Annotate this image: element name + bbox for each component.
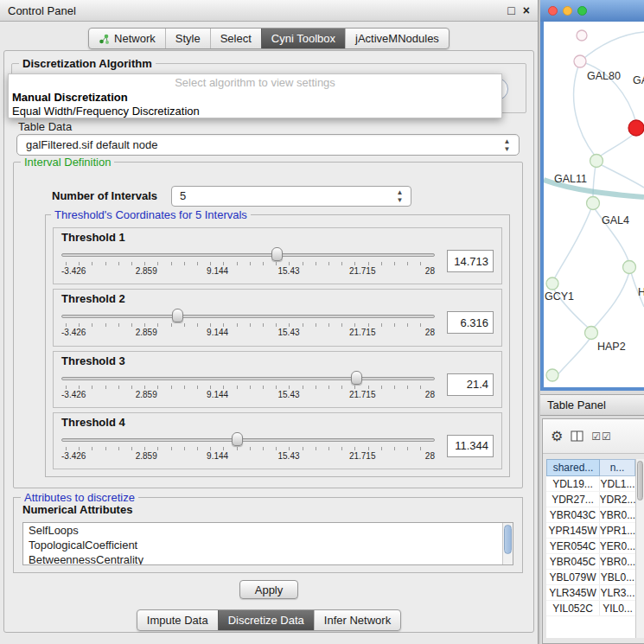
dropdown-option-equal-width[interactable]: Equal Width/Frequency Discretization (9, 104, 501, 118)
tab-style[interactable]: Style (165, 29, 210, 48)
table-scrollbar[interactable] (635, 459, 644, 638)
combo-arrows-icon[interactable]: ▲▼ (501, 137, 513, 153)
tick-label: 21.715 (349, 451, 376, 461)
threshold-slider[interactable]: -3.4262.8599.14415.4321.71528 (61, 306, 435, 339)
tick-label: 9.144 (207, 266, 228, 276)
node-label: HAP2 (597, 341, 626, 353)
slider-thumb[interactable] (172, 309, 183, 322)
threshold-value-field[interactable]: 21.4 (447, 373, 494, 396)
slider-track[interactable] (61, 377, 435, 380)
network-window-titlebar[interactable] (540, 0, 644, 22)
table-row[interactable]: YDR27...YDR2... (546, 492, 635, 507)
list-item[interactable]: TopologicalCoefficient (23, 538, 513, 552)
tick-label: 21.715 (349, 266, 376, 276)
network-node[interactable] (574, 55, 586, 67)
network-canvas[interactable]: GAL80 GA GAL11 GAL4 GCY1 H HAP2 (544, 22, 644, 387)
threshold-slider[interactable]: -3.4262.8599.14415.4321.71528 (61, 368, 435, 401)
close-icon[interactable]: × (523, 4, 530, 16)
tick-label: 9.144 (207, 390, 228, 399)
network-node[interactable] (585, 327, 598, 340)
tab-label: Cyni Toolbox (271, 32, 335, 45)
tab-impute-data[interactable]: Impute Data (137, 610, 218, 630)
table-cell: YBR0... (600, 507, 635, 522)
table-cell: YER054C (546, 539, 600, 553)
tab-network[interactable]: Network (89, 29, 165, 48)
minimize-traffic-light-icon[interactable] (563, 6, 572, 16)
slider-thumb[interactable] (351, 371, 362, 385)
tab-cyni-toolbox[interactable]: Cyni Toolbox (261, 29, 345, 48)
dropdown-option-manual[interactable]: Manual Discretization (9, 89, 501, 104)
network-node[interactable] (623, 261, 636, 274)
table-data-combobox[interactable]: galFiltered.sif default node ▲▼ (16, 134, 520, 156)
table-row[interactable]: YBL079WYBL0... (546, 570, 635, 585)
slider-thumb[interactable] (271, 247, 283, 261)
network-node-selected[interactable] (628, 120, 644, 136)
tab-jactivemnodules[interactable]: jActiveMNodules (345, 29, 449, 48)
threshold-slider[interactable]: -3.4262.8599.14415.4321.71528 (61, 245, 435, 277)
table-cell: YPR1... (600, 523, 635, 538)
tab-infer-network[interactable]: Infer Network (314, 610, 400, 630)
table-cell: YER0... (600, 539, 635, 553)
list-item[interactable]: SelfLoops (23, 523, 513, 538)
table-row[interactable]: YBR043CYBR0... (546, 507, 635, 523)
table-row[interactable]: YBR045CYBR0... (546, 554, 635, 570)
slider-ticks (66, 262, 430, 265)
checkbox-icons[interactable]: ☑☑ (591, 431, 612, 442)
tab-discretize-data[interactable]: Discretize Data (218, 610, 314, 630)
table-cell: YDR27... (546, 492, 600, 507)
apply-button[interactable]: Apply (239, 580, 298, 599)
network-node[interactable] (590, 155, 603, 168)
scrollbar-thumb[interactable] (504, 525, 512, 554)
list-scrollbar[interactable] (502, 523, 513, 564)
tab-label: Network (114, 32, 156, 45)
node-label: GAL11 (554, 173, 587, 185)
network-node[interactable] (587, 197, 600, 210)
tick-label: 28 (425, 328, 435, 337)
close-traffic-light-icon[interactable] (548, 6, 558, 16)
threshold-value-field[interactable]: 11.344 (447, 435, 494, 457)
slider-tick-labels: -3.4262.8599.14415.4321.71528 (61, 451, 435, 461)
tick-label: 28 (425, 390, 435, 399)
gear-icon[interactable]: ⚙ (551, 430, 563, 443)
table-data-value: galFiltered.sif default node (26, 138, 157, 151)
threshold-value-field[interactable]: 6.316 (447, 311, 494, 334)
slider-tick-labels: -3.4262.8599.14415.4321.71528 (61, 266, 435, 276)
columns-icon[interactable] (571, 430, 583, 442)
column-header-shared-name[interactable]: shared... (546, 459, 600, 476)
list-item[interactable]: BetweennessCentrality (23, 552, 513, 565)
table-row[interactable]: YER054CYER0... (546, 539, 635, 554)
threshold-label: Threshold 4 (61, 416, 494, 429)
zoom-traffic-light-icon[interactable] (577, 6, 587, 16)
table-cell: YBR045C (546, 554, 600, 569)
slider-thumb[interactable] (232, 432, 243, 446)
table-row[interactable]: YLR345WYLR3... (546, 585, 635, 601)
tab-label: jActiveMNodules (355, 32, 439, 45)
tab-select[interactable]: Select (210, 29, 261, 48)
number-of-intervals-spinner[interactable]: 5 ▲▼ (171, 186, 411, 207)
slider-track[interactable] (61, 253, 435, 257)
table-cell: YBL0... (600, 570, 635, 584)
scrollbar-thumb[interactable] (637, 461, 643, 501)
network-node[interactable] (546, 277, 558, 290)
tick-label: 9.144 (207, 328, 228, 337)
table-row[interactable]: YPR145WYPR1... (546, 523, 635, 539)
table-row[interactable]: YDL19...YDL1... (546, 476, 635, 492)
slider-track[interactable] (61, 438, 435, 442)
panel-title: Control Panel (8, 4, 76, 17)
network-node[interactable] (577, 30, 587, 41)
slider-track[interactable] (61, 315, 435, 318)
table-header-row: shared... n... (546, 459, 635, 476)
float-window-icon[interactable]: □ (507, 4, 514, 16)
threshold-value-field[interactable]: 14.713 (447, 250, 494, 272)
spinner-arrows-icon[interactable]: ▲▼ (394, 188, 405, 204)
table-cell: YIL0... (600, 601, 635, 615)
interval-definition-group: Interval Definition Number of Intervals … (13, 162, 523, 488)
number-of-intervals-label: Number of Intervals (52, 189, 157, 202)
thresholds-group: Threshold's Coordinates for 5 Intervals … (45, 214, 510, 477)
tick-label: 15.43 (278, 266, 300, 276)
column-header-name[interactable]: n... (600, 459, 635, 476)
numerical-attributes-list[interactable]: SelfLoopsTopologicalCoefficientBetweenne… (22, 522, 513, 565)
threshold-slider[interactable]: -3.4262.8599.14415.4321.71528 (61, 430, 435, 462)
table-row[interactable]: YIL052CYIL0... (546, 601, 635, 616)
network-node[interactable] (546, 369, 558, 381)
